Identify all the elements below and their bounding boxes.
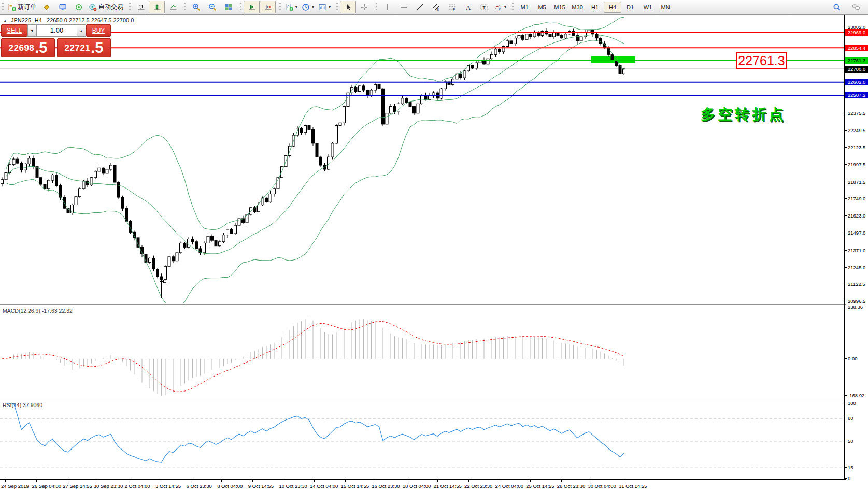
new-order-icon: [8, 3, 16, 11]
toolbar-button-metaquotes[interactable]: [38, 1, 54, 13]
timeframe-button-m15[interactable]: M15: [551, 2, 568, 13]
chart-title: ▲ JPN225-,H4 22650.0 22712.5 22647.5 227…: [3, 17, 134, 23]
chevron-down-icon[interactable]: ▾: [329, 5, 331, 9]
candlestick-icon: [153, 3, 161, 11]
timeframe-button-m1[interactable]: M1: [516, 2, 533, 13]
search-icon: [833, 3, 841, 11]
toolbar-button-horizontal-line[interactable]: [395, 1, 411, 13]
periods-icon: [302, 3, 310, 11]
toolbar-button-zoom-out[interactable]: [204, 1, 220, 13]
macd-axis-tick: -168.92: [848, 393, 864, 398]
timeframe-button-m30[interactable]: M30: [568, 2, 586, 13]
tf-mn-label: MN: [661, 4, 670, 10]
toolbar-button-indicators[interactable]: ▾: [283, 1, 300, 13]
buy-price-frac: .5: [91, 40, 103, 55]
time-axis-label: 3 Oct 14:55: [155, 483, 181, 489]
buy-button[interactable]: BUY: [86, 24, 111, 37]
sell-button[interactable]: SELL: [1, 24, 27, 37]
toolbar-button-line-chart[interactable]: [165, 1, 181, 13]
zoom-in-icon: [192, 3, 201, 11]
toolbar-button-chat[interactable]: [848, 1, 864, 13]
candles: [1, 28, 625, 282]
chart-window[interactable]: ▲ JPN225-,H4 22650.0 22712.5 22647.5 227…: [0, 15, 868, 492]
chart-symbol-period: JPN225-,H4: [11, 17, 42, 23]
chart-type-group: [127, 0, 182, 15]
price-pane[interactable]: [0, 15, 844, 303]
toolbar-button-candlestick-chart[interactable]: [149, 1, 165, 13]
chevron-down-icon[interactable]: ▾: [504, 5, 506, 9]
pane-splitter-macd[interactable]: [0, 303, 846, 305]
chevron-down-icon[interactable]: ▾: [312, 5, 314, 9]
buy-price-display[interactable]: 22721 .5: [57, 38, 111, 57]
toolbar-button-bar-chart[interactable]: [133, 1, 149, 13]
tf-h1-label: H1: [591, 4, 599, 10]
tile-windows-icon: [224, 3, 233, 11]
toolbar-button-auto-trading[interactable]: 自动交易: [87, 1, 125, 13]
toolbar-right: [829, 1, 864, 13]
price-axis-tick: 21497.0: [848, 230, 865, 236]
time-axis-tick: [36, 479, 37, 482]
price-chip-22969.0: 22969.0: [845, 29, 868, 36]
fibonacci-icon: F: [448, 3, 456, 11]
toolbar-button-crosshair[interactable]: [356, 1, 372, 13]
timeframe-button-m5[interactable]: M5: [533, 2, 551, 13]
rsi-axis-tick: 0: [848, 475, 850, 481]
timeframe-button-h4[interactable]: H4: [604, 2, 621, 13]
one-click-trade-panel: SELL ▼ 1.00 ▲ BUY 22698 .5 22721 .5: [1, 24, 111, 57]
price-callout-label[interactable]: 22761.3: [736, 52, 787, 69]
time-axis-label: 28 Oct 23:30: [557, 483, 585, 489]
time-axis-tick: [283, 479, 283, 482]
time-axis-label: 2 Oct 04:00: [124, 483, 150, 489]
toolbar-button-text-label[interactable]: T: [476, 1, 492, 13]
price-chip-22854.4: 22854.4: [845, 45, 868, 51]
time-axis-label: 22 Oct 23:30: [464, 483, 492, 489]
toolbar-button-new-order[interactable]: 新订单: [6, 1, 38, 13]
marker-handle[interactable]: [164, 280, 166, 283]
time-axis-label: 8 Oct 04:00: [217, 483, 243, 489]
toolbar-button-vertical-line[interactable]: [379, 1, 395, 13]
toolbar-button-arrows[interactable]: ▾: [492, 1, 508, 13]
toolbar-button-signals[interactable]: [70, 1, 87, 13]
toolbar-button-tile-windows[interactable]: [220, 1, 236, 13]
timeframe-group: M1M5M15M30H1H4D1W1MN: [510, 0, 676, 15]
toolbar-button-fibonacci[interactable]: F: [444, 1, 460, 13]
chevron-down-icon[interactable]: ▾: [295, 5, 297, 9]
tf-h4-label: H4: [609, 4, 616, 10]
pane-splitter-rsi[interactable]: [0, 398, 846, 399]
rsi-pane[interactable]: [0, 399, 844, 479]
time-axis-label: 30 Oct 04:00: [588, 483, 616, 489]
volume-decrease-button[interactable]: ▼: [27, 24, 37, 37]
toolbar-button-search[interactable]: [829, 1, 845, 13]
time-axis-label: 25 Oct 14:55: [526, 483, 554, 489]
price-axis-tick: 21623.0: [848, 213, 865, 219]
line-chart-icon: [169, 3, 177, 11]
toolbar-button-cursor[interactable]: [340, 1, 356, 13]
signal-icon: [75, 3, 83, 11]
collapse-chart-icon[interactable]: ▲: [3, 19, 7, 23]
time-axis-label: 14 Oct 04:00: [310, 483, 338, 489]
time-axis-tick: [500, 479, 500, 482]
volume-input[interactable]: 1.00: [37, 24, 77, 37]
volume-increase-button[interactable]: ▲: [77, 24, 86, 37]
timeframe-button-mn[interactable]: MN: [657, 2, 674, 13]
toolbar-button-zoom-in[interactable]: [188, 1, 204, 13]
macd-pane[interactable]: [0, 305, 844, 398]
toolbar-button-equidistant-channel[interactable]: E: [428, 1, 444, 13]
toolbar-button-chart-shift[interactable]: [260, 1, 276, 13]
price-axis-tick: 22123.5: [848, 144, 865, 150]
toolbar-button-trendline[interactable]: [411, 1, 428, 13]
macd-histogram: [2, 319, 624, 396]
chart-note-text[interactable]: 多空转折点: [701, 105, 786, 124]
timeframe-button-d1[interactable]: D1: [621, 2, 639, 13]
toolbar: 新订单自动交易▾▾▾EFAT▾M1M5M15M30H1H4D1W1MN: [0, 0, 868, 15]
toolbar-button-templates[interactable]: ▾: [316, 1, 333, 13]
toolbar-button-market-watch[interactable]: [54, 1, 70, 13]
timeframe-button-h1[interactable]: H1: [586, 2, 604, 13]
toolbar-button-text[interactable]: A: [460, 1, 476, 13]
time-axis-label: 27 Sep 14:55: [63, 483, 92, 489]
toolbar-button-periods[interactable]: ▾: [300, 1, 316, 13]
tf-m5-label: M5: [538, 4, 546, 10]
sell-price-display[interactable]: 22698 .5: [1, 38, 55, 57]
toolbar-button-auto-scroll[interactable]: [244, 1, 260, 13]
timeframe-button-w1[interactable]: W1: [639, 2, 657, 13]
